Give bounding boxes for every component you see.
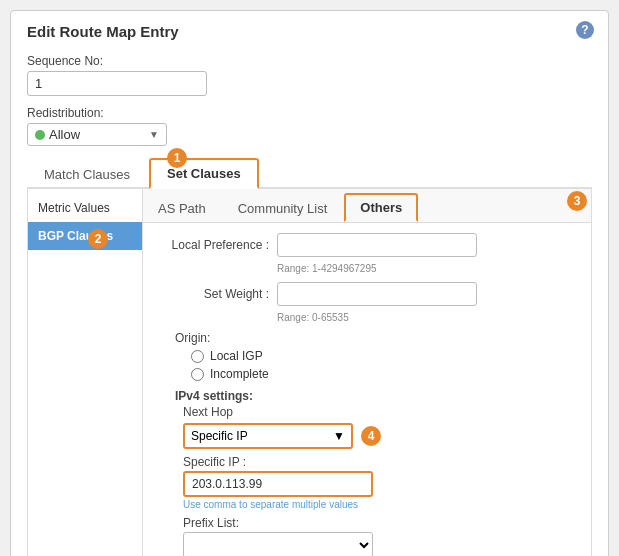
local-preference-row: Local Preference : [159, 233, 575, 257]
prefix-list-label: Prefix List: [183, 516, 575, 530]
next-hop-row: Specific IP ▼ 4 [159, 423, 575, 449]
annotation-badge-2: 2 [88, 229, 108, 249]
ipv4-heading: IPv4 settings: [175, 389, 575, 403]
radio-incomplete[interactable] [191, 368, 204, 381]
specific-ip-input[interactable] [183, 471, 373, 497]
redistribution-label: Redistribution: [27, 106, 592, 120]
next-hop-sub-heading: Next Hop [183, 405, 575, 419]
sub-tab-community[interactable]: Community List [223, 193, 343, 222]
next-hop-select-row: Specific IP ▼ [183, 423, 353, 449]
annotation-badge-4: 4 [361, 426, 381, 446]
sequence-label: Sequence No: [27, 54, 592, 68]
main-tabs-row: Match Clauses Set Clauses 1 [27, 156, 592, 189]
form-section: Local Preference : Range: 1-4294967295 S… [143, 223, 591, 556]
next-hop-chevron: ▼ [333, 429, 345, 443]
redistribution-group: Redistribution: Allow ▼ [27, 106, 592, 146]
radio-local-igp[interactable] [191, 350, 204, 363]
ipv4-section: IPv4 settings: Next Hop Specific IP ▼ 4 [159, 389, 575, 556]
radio-incomplete-label: Incomplete [210, 367, 269, 381]
sequence-input[interactable] [27, 71, 207, 96]
set-weight-input[interactable] [277, 282, 477, 306]
redistribution-select[interactable]: Allow ▼ [27, 123, 167, 146]
set-weight-row: Set Weight : [159, 282, 575, 306]
main-content: AS Path Community List Others 3 Local Pr… [143, 189, 591, 556]
next-hop-value: Specific IP [191, 429, 248, 443]
specific-ip-label: Specific IP : [183, 455, 575, 469]
tab-set-clauses[interactable]: Set Clauses [149, 158, 259, 189]
sequence-group: Sequence No: [27, 54, 592, 96]
origin-section: Origin: Local IGP Incomplete [159, 331, 575, 381]
help-icon[interactable]: ? [576, 21, 594, 39]
set-weight-range: Range: 0-65535 [277, 312, 575, 323]
redistribution-chevron: ▼ [149, 129, 159, 140]
next-hop-select[interactable]: Specific IP ▼ [183, 423, 353, 449]
origin-label: Origin: [175, 331, 575, 345]
annotation-badge-1: 1 [167, 148, 187, 168]
tab-match-clauses[interactable]: Match Clauses [27, 158, 147, 189]
sub-tab-aspath[interactable]: AS Path [143, 193, 221, 222]
specific-ip-hint: Use comma to separate multiple values [183, 499, 575, 510]
allow-badge: Allow [35, 127, 80, 142]
edit-route-map-dialog: Edit Route Map Entry ? Sequence No: Redi… [10, 10, 609, 556]
local-preference-label: Local Preference : [159, 238, 269, 252]
annotation-badge-3: 3 [567, 191, 587, 211]
tab-body: Metric Values BGP Clauses 2 AS Path Comm… [27, 189, 592, 556]
page-title: Edit Route Map Entry [27, 23, 592, 40]
set-weight-label: Set Weight : [159, 287, 269, 301]
local-preference-range: Range: 1-4294967295 [277, 263, 575, 274]
radio-local-igp-label: Local IGP [210, 349, 263, 363]
prefix-list-select[interactable] [183, 532, 373, 556]
sub-tab-others[interactable]: Others [344, 193, 418, 222]
radio-incomplete-row: Incomplete [191, 367, 575, 381]
local-preference-input[interactable] [277, 233, 477, 257]
sidebar-item-metric[interactable]: Metric Values [28, 194, 142, 222]
sidebar: Metric Values BGP Clauses 2 [28, 189, 143, 556]
sidebar-item-bgp[interactable]: BGP Clauses [28, 222, 142, 250]
sub-tabs-row: AS Path Community List Others 3 [143, 189, 591, 223]
redistribution-value: Allow [49, 127, 80, 142]
allow-dot [35, 130, 45, 140]
radio-local-igp-row: Local IGP [191, 349, 575, 363]
